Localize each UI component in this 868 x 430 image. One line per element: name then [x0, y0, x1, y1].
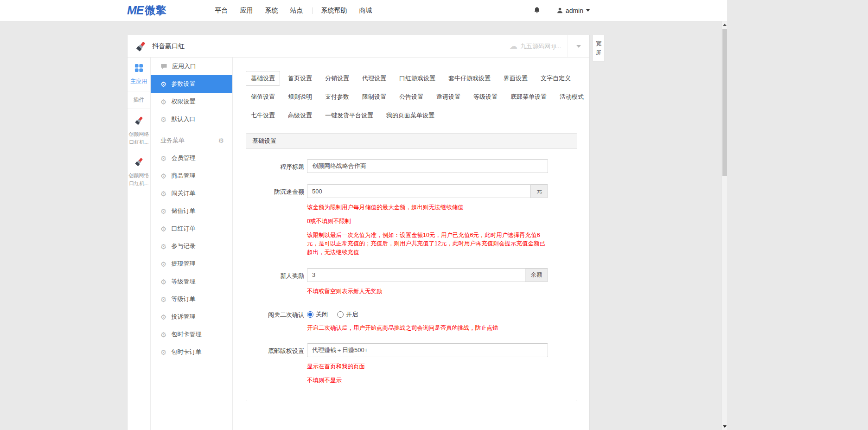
gear-icon: ⚙	[160, 314, 166, 321]
tab-text-custom[interactable]: 文字自定义	[536, 71, 576, 86]
tab-activity-mode[interactable]: 活动模式	[555, 90, 589, 104]
logo-text: 微擎	[145, 3, 166, 18]
menu-item-lipstick-orders[interactable]: ⚙ 口红订单	[151, 220, 232, 237]
vertical-scrollbar[interactable]	[721, 21, 727, 430]
gear-icon: ⚙	[160, 98, 166, 105]
second-confirm-radio-on[interactable]	[337, 311, 344, 318]
form-row-program-title: 程序标题	[246, 159, 568, 173]
panel-header: 抖音赢口红 ☁ 九五源码网:iji...	[128, 35, 589, 58]
newcomer-reward-unit: 余额	[525, 268, 548, 282]
second-confirm-radio-off[interactable]	[307, 311, 313, 318]
tab-rules[interactable]: 规则说明	[283, 90, 317, 104]
user-menu[interactable]: admin	[556, 7, 590, 14]
tab-limits[interactable]: 限制设置	[357, 90, 391, 104]
tab-qiniu[interactable]: 七牛设置	[246, 108, 280, 123]
scrollbar-down-arrow-icon[interactable]	[723, 425, 727, 428]
caret-down-icon	[586, 9, 590, 12]
newcomer-reward-label: 新人奖励	[246, 268, 304, 296]
nav-help[interactable]: 系统帮助	[315, 6, 353, 15]
panel-collapse-button[interactable]	[568, 35, 589, 57]
tab-basic[interactable]: 基础设置	[246, 71, 280, 86]
tab-cowboy-game[interactable]: 套牛仔游戏设置	[443, 71, 496, 86]
plugin-item-lipstick-1[interactable]: 创颜网络口红机...	[128, 109, 150, 150]
tab-lipstick-game[interactable]: 口红游戏设置	[394, 71, 440, 86]
tab-distribution[interactable]: 分销设置	[320, 71, 354, 86]
app-panel: 抖音赢口红 ☁ 九五源码网:iji...	[127, 35, 590, 430]
menu-item-app-entry[interactable]: 应用入口	[151, 58, 232, 75]
tab-payment[interactable]: 支付参数	[320, 90, 354, 104]
second-confirm-option-off[interactable]: 关闭	[307, 310, 328, 319]
menu-item-level-management[interactable]: ⚙ 等级管理	[151, 273, 232, 290]
tab-recharge[interactable]: 储值设置	[246, 90, 280, 104]
anti-addiction-unit: 元	[531, 184, 548, 198]
menu-item-permission-settings[interactable]: ⚙ 权限设置	[151, 93, 232, 110]
main-nav: 平台 应用 系统 站点 系统帮助 商城	[209, 6, 378, 15]
notifications-bell-icon[interactable]	[533, 6, 541, 14]
browser-window: ME 微擎 平台 应用 系统 站点 系统帮助 商城 admin	[0, 0, 727, 430]
plugin-item-lipstick-2[interactable]: 创颜网络口红机...	[128, 150, 150, 192]
nav-system[interactable]: 系统	[259, 6, 284, 15]
menu-item-label: 权限设置	[171, 97, 195, 106]
menu-item-label: 等级管理	[171, 277, 195, 286]
newcomer-reward-input[interactable]	[307, 268, 525, 282]
menu-item-label: 储值订单	[171, 207, 195, 215]
weengine-logo[interactable]: ME 微擎	[127, 3, 166, 18]
menu-item-label: 会员管理	[171, 154, 195, 162]
newcomer-reward-note: 不填或留空则表示新人无奖励	[307, 287, 548, 296]
menu-item-label: 投诉管理	[171, 313, 195, 321]
gear-icon: ⚙	[160, 225, 166, 232]
menu-item-label: 应用入口	[172, 62, 196, 71]
menu-item-members[interactable]: ⚙ 会员管理	[151, 149, 232, 167]
tab-announcement[interactable]: 公告设置	[394, 90, 428, 104]
menu-item-complaints[interactable]: ⚙ 投诉管理	[151, 308, 232, 326]
anti-addiction-input[interactable]	[307, 184, 531, 198]
menu-item-level-orders[interactable]: ⚙ 等级订单	[151, 290, 232, 308]
gear-icon: ⚙	[160, 261, 166, 268]
tab-agent[interactable]: 代理设置	[357, 71, 391, 86]
menu-item-timecard-orders[interactable]: ⚙ 包时卡订单	[151, 343, 232, 361]
tab-homepage[interactable]: 首页设置	[283, 71, 317, 86]
menu-item-timecard-management[interactable]: ⚙ 包时卡管理	[151, 326, 232, 343]
menu-item-challenge-orders[interactable]: ⚙ 闯关订单	[151, 185, 232, 202]
settings-tabs-row-1: 基础设置 首页设置 分销设置 代理设置 口红游戏设置 套牛仔游戏设置 界面设置 …	[246, 71, 577, 86]
menu-item-label: 口红订单	[171, 225, 195, 233]
gear-icon: ⚙	[160, 190, 166, 197]
nav-sites[interactable]: 站点	[284, 6, 309, 15]
tab-interface[interactable]: 界面设置	[498, 71, 533, 86]
gear-icon: ⚙	[160, 278, 166, 285]
logo-icon: ME	[127, 4, 144, 17]
tab-my-page-menu[interactable]: 我的页面菜单设置	[381, 108, 440, 123]
tab-shipping-platform[interactable]: 一键发货平台设置	[320, 108, 378, 123]
nav-store[interactable]: 商城	[353, 6, 378, 15]
gear-icon: ⚙	[160, 116, 166, 123]
menu-item-default-entry[interactable]: ⚙ 默认入口	[151, 110, 232, 128]
nav-apps[interactable]: 应用	[234, 6, 259, 15]
business-menu-settings-icon[interactable]: ⚙	[218, 137, 224, 144]
business-menu-title: 业务菜单	[160, 136, 185, 145]
menu-item-parameter-settings[interactable]: ⚙ 参数设置	[151, 75, 232, 93]
radio-label: 开启	[346, 310, 358, 319]
widescreen-toggle[interactable]: 宽屏	[593, 35, 605, 62]
menu-item-recharge-orders[interactable]: ⚙ 储值订单	[151, 202, 232, 220]
gear-icon: ⚙	[160, 349, 166, 356]
form-row-copyright: 底部版权设置 显示在首页和我的页面 不填则不显示	[246, 343, 568, 385]
gear-icon: ⚙	[160, 243, 166, 250]
tab-advanced[interactable]: 高级设置	[283, 108, 317, 123]
main-app-button[interactable]: 主应用	[128, 58, 150, 91]
workspace: 宽屏 抖音赢口红 ☁	[0, 21, 727, 430]
gear-icon: ⚙	[160, 173, 166, 180]
tab-invite[interactable]: 邀请设置	[431, 90, 466, 104]
scrollbar-thumb[interactable]	[722, 29, 727, 176]
menu-item-participation-records[interactable]: ⚙ 参与记录	[151, 237, 232, 255]
menu-item-withdrawal[interactable]: ⚙ 提现管理	[151, 255, 232, 273]
tab-bottom-menu[interactable]: 底部菜单设置	[505, 90, 552, 104]
menu-item-label: 包时卡管理	[171, 330, 201, 339]
nav-platform[interactable]: 平台	[209, 6, 234, 15]
copyright-input[interactable]	[307, 343, 548, 357]
scrollbar-up-arrow-icon[interactable]	[723, 24, 727, 26]
tab-level[interactable]: 等级设置	[468, 90, 503, 104]
second-confirm-option-on[interactable]: 开启	[337, 310, 358, 319]
program-title-input[interactable]	[307, 159, 548, 173]
source-site-badge: ☁ 九五源码网:iji...	[510, 41, 561, 51]
menu-item-goods[interactable]: ⚙ 商品管理	[151, 167, 232, 185]
